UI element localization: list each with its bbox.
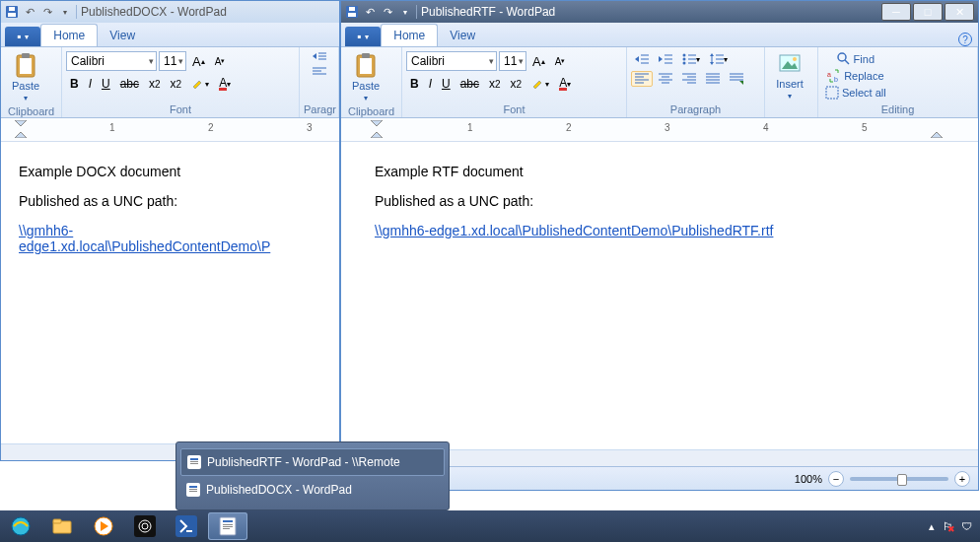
zoom-out-button[interactable]: −	[828, 471, 844, 487]
tray-flag-icon[interactable]: 🏳✖	[943, 520, 953, 532]
italic-button[interactable]: I	[85, 75, 96, 93]
taskbar-powershell[interactable]	[167, 512, 206, 540]
tray-arrow-icon[interactable]: ▴	[929, 520, 935, 533]
font-color-button[interactable]: A▾	[555, 75, 575, 93]
save-icon[interactable]	[5, 5, 19, 19]
system-tray[interactable]: ▴ 🏳✖ 🛡	[929, 520, 980, 533]
font-name-combo[interactable]: Calibri	[66, 51, 157, 71]
superscript-button[interactable]: x2	[167, 75, 186, 93]
close-button[interactable]: ✕	[945, 3, 974, 21]
undo-icon[interactable]: ↶	[23, 5, 36, 19]
ruler[interactable]: 1 2 3 4 5	[341, 118, 978, 142]
bullets-button[interactable]: ▾	[678, 51, 704, 67]
taskbar-media[interactable]	[84, 512, 123, 540]
tab-home[interactable]: Home	[40, 24, 98, 46]
zoom-slider[interactable]	[850, 477, 948, 481]
align-center-button[interactable]	[655, 71, 676, 87]
title-bar[interactable]: ↶ ↷ ▾ PublishedDOCX - WordPad	[1, 1, 339, 23]
replace-button[interactable]: abReplace	[822, 68, 889, 84]
svg-marker-64	[371, 132, 383, 138]
subscript-button[interactable]: x2	[485, 75, 505, 93]
strikethrough-button[interactable]: abc	[456, 75, 483, 93]
doc-line: Example RTF document	[375, 164, 960, 179]
underline-button[interactable]: U	[98, 75, 114, 93]
file-tab[interactable]: ▪▾	[345, 27, 381, 46]
shrink-font-button[interactable]: A▾	[551, 51, 570, 71]
tab-view[interactable]: View	[98, 25, 147, 46]
select-all-icon	[825, 86, 839, 100]
wordpad-icon	[186, 483, 200, 497]
paragraph-dialog-button[interactable]	[726, 71, 747, 87]
ruler[interactable]: 1 2 3	[1, 118, 339, 142]
line-spacing-button[interactable]: ▾	[706, 51, 732, 67]
unc-link[interactable]: \\gmhh6-edge1.xd.local\PublishedContentD…	[375, 223, 773, 238]
taskbar-explorer[interactable]	[42, 512, 82, 540]
zoom-in-button[interactable]: +	[954, 471, 970, 487]
align-right-button[interactable]	[678, 71, 700, 87]
title-bar[interactable]: ↶ ↷ ▾ PublishedRTF - WordPad ─ □ ✕	[341, 1, 978, 23]
svg-point-57	[793, 57, 797, 61]
taskbar-ie[interactable]	[1, 512, 40, 540]
indent-decrease-button[interactable]	[309, 49, 330, 63]
insert-button[interactable]: Insert ▾	[769, 49, 810, 104]
paste-label: Paste	[352, 80, 380, 92]
subscript-button[interactable]: x2	[145, 75, 165, 93]
document-area[interactable]: Example DOCX document Published as a UNC…	[1, 142, 339, 443]
insert-label: Insert	[776, 78, 804, 90]
font-name-combo[interactable]: Calibri	[406, 51, 497, 71]
highlight-button[interactable]: ▾	[187, 75, 213, 93]
unc-link[interactable]: \\gmhh6-edge1.xd.local\PublishedContentD…	[19, 223, 270, 254]
highlight-button[interactable]: ▾	[527, 75, 553, 93]
minimize-button[interactable]: ─	[881, 3, 911, 21]
align-left-button[interactable]	[631, 71, 653, 87]
svg-point-27	[683, 58, 686, 61]
preview-item-rtf[interactable]: PublishedRTF - WordPad - \\Remote	[180, 448, 445, 476]
svg-rect-67	[190, 458, 198, 460]
find-icon	[837, 52, 851, 66]
paste-button[interactable]: Paste ▾	[345, 49, 386, 104]
align-left-button[interactable]	[309, 65, 330, 79]
indent-increase-button[interactable]	[655, 51, 676, 67]
svg-marker-63	[371, 120, 383, 126]
font-color-button[interactable]: A▾	[215, 75, 235, 93]
tab-view[interactable]: View	[438, 25, 487, 46]
tray-shield-icon[interactable]: 🛡	[961, 520, 972, 532]
save-icon[interactable]	[345, 5, 359, 19]
align-justify-button[interactable]	[702, 71, 724, 87]
doc-line: Example DOCX document	[19, 164, 321, 179]
doc-line: Published as a UNC path:	[375, 193, 960, 209]
qat-dropdown-icon[interactable]: ▾	[58, 5, 72, 19]
taskbar-receiver[interactable]	[125, 512, 165, 540]
redo-icon[interactable]: ↷	[381, 5, 394, 19]
svg-line-59	[845, 60, 849, 64]
tab-home[interactable]: Home	[381, 24, 438, 46]
help-icon[interactable]: ?	[958, 33, 972, 46]
preview-item-docx[interactable]: PublishedDOCX - WordPad	[180, 476, 445, 504]
redo-icon[interactable]: ↷	[40, 5, 54, 19]
maximize-button[interactable]: □	[913, 3, 943, 21]
strikethrough-button[interactable]: abc	[116, 75, 143, 93]
underline-button[interactable]: U	[438, 75, 455, 93]
select-all-button[interactable]: Select all	[822, 85, 889, 101]
document-area[interactable]: Example RTF document Published as a UNC …	[341, 142, 978, 449]
font-size-combo[interactable]: 11	[499, 51, 526, 71]
font-size-combo[interactable]: 11	[159, 51, 186, 71]
indent-decrease-button[interactable]	[631, 51, 653, 67]
grow-font-button[interactable]: A▴	[528, 51, 549, 71]
bold-button[interactable]: B	[406, 75, 423, 93]
taskbar: ▴ 🏳✖ 🛡	[0, 510, 980, 542]
paste-button[interactable]: Paste ▾	[5, 49, 46, 104]
superscript-button[interactable]: x2	[507, 75, 526, 93]
group-editing-label: Editing	[822, 103, 973, 115]
file-tab[interactable]: ▪▾	[5, 27, 40, 46]
italic-button[interactable]: I	[425, 75, 436, 93]
grow-font-button[interactable]: A▴	[188, 51, 209, 71]
bold-button[interactable]: B	[66, 75, 83, 93]
taskbar-wordpad[interactable]	[208, 512, 247, 540]
qat-dropdown-icon[interactable]: ▾	[398, 5, 412, 19]
find-button[interactable]: Find	[822, 51, 889, 67]
svg-rect-5	[22, 53, 30, 58]
shrink-font-button[interactable]: A▾	[211, 51, 230, 71]
svg-rect-73	[189, 491, 197, 492]
undo-icon[interactable]: ↶	[363, 5, 377, 19]
